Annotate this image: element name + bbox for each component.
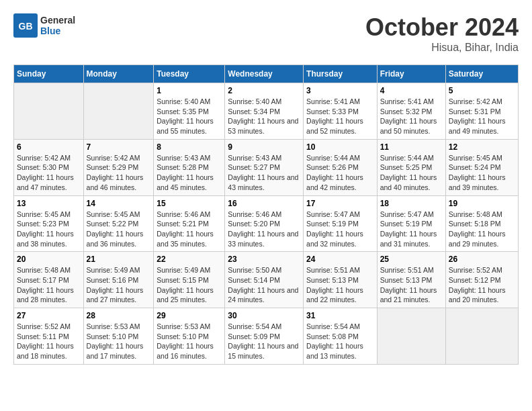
calendar-cell: 23Sunrise: 5:50 AMSunset: 5:14 PMDayligh… (225, 252, 304, 308)
sunset-text: Sunset: 5:20 PM (228, 219, 300, 229)
sunrise-text: Sunrise: 5:53 AM (157, 322, 222, 332)
day-number: 23 (228, 255, 300, 264)
svg-text:GB: GB (19, 21, 33, 32)
daylight-text: Daylight: 11 hours and 49 minutes. (449, 116, 515, 136)
day-detail: Sunrise: 5:42 AMSunset: 5:29 PMDaylight:… (87, 153, 151, 193)
sunset-text: Sunset: 5:08 PM (306, 332, 374, 342)
sunrise-text: Sunrise: 5:46 AM (157, 210, 222, 220)
sunrise-text: Sunrise: 5:44 AM (306, 153, 374, 163)
daylight-text: Daylight: 11 hours and 43 minutes. (228, 173, 300, 192)
logo-icon: GB (13, 13, 38, 38)
sunset-text: Sunset: 5:10 PM (157, 332, 222, 342)
day-detail: Sunrise: 5:51 AMSunset: 5:13 PMDaylight:… (380, 265, 443, 305)
day-number: 20 (17, 255, 81, 264)
sunrise-text: Sunrise: 5:54 AM (306, 322, 374, 332)
day-detail: Sunrise: 5:47 AMSunset: 5:19 PMDaylight:… (306, 210, 374, 249)
daylight-text: Daylight: 11 hours and 31 minutes. (380, 229, 443, 248)
day-detail: Sunrise: 5:51 AMSunset: 5:13 PMDaylight:… (306, 265, 374, 305)
sunrise-text: Sunrise: 5:51 AM (306, 265, 374, 275)
sunrise-text: Sunrise: 5:51 AM (380, 265, 443, 275)
calendar-cell: 10Sunrise: 5:44 AMSunset: 5:26 PMDayligh… (304, 139, 378, 195)
day-detail: Sunrise: 5:44 AMSunset: 5:25 PMDaylight:… (380, 153, 443, 193)
daylight-text: Daylight: 11 hours and 15 minutes. (228, 341, 300, 361)
calendar-cell (14, 83, 84, 140)
calendar-cell: 17Sunrise: 5:47 AMSunset: 5:19 PMDayligh… (304, 195, 378, 252)
calendar-week-row: 20Sunrise: 5:48 AMSunset: 5:17 PMDayligh… (14, 252, 519, 308)
sunset-text: Sunset: 5:14 PM (228, 275, 300, 285)
day-detail: Sunrise: 5:41 AMSunset: 5:32 PMDaylight:… (380, 97, 443, 136)
sunset-text: Sunset: 5:10 PM (87, 332, 151, 342)
day-detail: Sunrise: 5:45 AMSunset: 5:24 PMDaylight:… (449, 153, 515, 193)
day-detail: Sunrise: 5:45 AMSunset: 5:22 PMDaylight:… (87, 210, 151, 249)
sunrise-text: Sunrise: 5:52 AM (449, 265, 515, 275)
calendar-cell: 4Sunrise: 5:41 AMSunset: 5:32 PMDaylight… (377, 83, 445, 140)
sunrise-text: Sunrise: 5:54 AM (228, 322, 300, 332)
calendar-cell (83, 83, 154, 140)
day-detail: Sunrise: 5:54 AMSunset: 5:08 PMDaylight:… (306, 322, 374, 361)
day-detail: Sunrise: 5:48 AMSunset: 5:17 PMDaylight:… (17, 265, 81, 305)
day-number: 31 (306, 311, 374, 320)
sunrise-text: Sunrise: 5:40 AM (228, 97, 300, 107)
sunset-text: Sunset: 5:18 PM (449, 219, 515, 229)
daylight-text: Daylight: 11 hours and 39 minutes. (449, 173, 515, 192)
day-number: 22 (157, 255, 222, 264)
day-number: 25 (380, 255, 443, 264)
sunrise-text: Sunrise: 5:52 AM (17, 322, 81, 332)
logo-general: General (40, 15, 75, 26)
day-detail: Sunrise: 5:42 AMSunset: 5:30 PMDaylight:… (17, 153, 81, 193)
sunrise-text: Sunrise: 5:42 AM (449, 97, 515, 107)
title-block: October 2024 Hisua, Bihar, India (365, 13, 519, 54)
calendar-week-row: 1Sunrise: 5:40 AMSunset: 5:35 PMDaylight… (14, 83, 519, 140)
sunset-text: Sunset: 5:31 PM (449, 107, 515, 117)
daylight-text: Daylight: 11 hours and 38 minutes. (17, 229, 81, 248)
day-number: 9 (228, 142, 300, 152)
daylight-text: Daylight: 11 hours and 40 minutes. (380, 173, 443, 192)
calendar-cell: 19Sunrise: 5:48 AMSunset: 5:18 PMDayligh… (445, 195, 518, 252)
daylight-text: Daylight: 11 hours and 13 minutes. (306, 341, 374, 361)
day-number: 14 (87, 199, 151, 208)
daylight-text: Daylight: 11 hours and 24 minutes. (228, 285, 300, 305)
calendar-cell: 26Sunrise: 5:52 AMSunset: 5:12 PMDayligh… (445, 252, 518, 308)
col-tuesday: Tuesday (154, 65, 225, 83)
calendar-cell: 20Sunrise: 5:48 AMSunset: 5:17 PMDayligh… (14, 252, 84, 308)
sunset-text: Sunset: 5:22 PM (87, 219, 151, 229)
col-saturday: Saturday (445, 65, 518, 83)
day-number: 15 (157, 199, 222, 208)
daylight-text: Daylight: 11 hours and 33 minutes. (228, 229, 300, 248)
daylight-text: Daylight: 11 hours and 52 minutes. (306, 116, 374, 136)
sunrise-text: Sunrise: 5:47 AM (380, 210, 443, 220)
day-detail: Sunrise: 5:53 AMSunset: 5:10 PMDaylight:… (157, 322, 222, 361)
day-number: 3 (306, 86, 374, 95)
calendar-week-row: 6Sunrise: 5:42 AMSunset: 5:30 PMDaylight… (14, 139, 519, 195)
sunrise-text: Sunrise: 5:41 AM (306, 97, 374, 107)
day-detail: Sunrise: 5:41 AMSunset: 5:33 PMDaylight:… (306, 97, 374, 136)
day-number: 8 (157, 142, 222, 152)
sunrise-text: Sunrise: 5:49 AM (87, 265, 151, 275)
daylight-text: Daylight: 11 hours and 50 minutes. (380, 116, 443, 136)
sunrise-text: Sunrise: 5:48 AM (17, 265, 81, 275)
daylight-text: Daylight: 11 hours and 27 minutes. (87, 285, 151, 305)
daylight-text: Daylight: 11 hours and 35 minutes. (157, 229, 222, 248)
day-number: 27 (17, 311, 81, 320)
day-number: 28 (87, 311, 151, 320)
day-number: 29 (157, 311, 222, 320)
daylight-text: Daylight: 11 hours and 25 minutes. (157, 285, 222, 305)
sunset-text: Sunset: 5:23 PM (17, 219, 81, 229)
day-detail: Sunrise: 5:45 AMSunset: 5:23 PMDaylight:… (17, 210, 81, 249)
page-title: October 2024 (365, 13, 519, 42)
day-detail: Sunrise: 5:43 AMSunset: 5:28 PMDaylight:… (157, 153, 222, 193)
day-number: 5 (449, 86, 515, 95)
day-detail: Sunrise: 5:43 AMSunset: 5:27 PMDaylight:… (228, 153, 300, 193)
sunset-text: Sunset: 5:29 PM (87, 163, 151, 173)
sunset-text: Sunset: 5:19 PM (306, 219, 374, 229)
day-detail: Sunrise: 5:46 AMSunset: 5:21 PMDaylight:… (157, 210, 222, 249)
sunset-text: Sunset: 5:21 PM (157, 219, 222, 229)
day-detail: Sunrise: 5:46 AMSunset: 5:20 PMDaylight:… (228, 210, 300, 249)
sunset-text: Sunset: 5:35 PM (157, 107, 222, 117)
daylight-text: Daylight: 11 hours and 42 minutes. (306, 173, 374, 192)
day-number: 16 (228, 199, 300, 208)
logo-blue: Blue (40, 26, 60, 36)
day-number: 11 (380, 142, 443, 152)
daylight-text: Daylight: 11 hours and 21 minutes. (380, 285, 443, 305)
calendar-header-row: Sunday Monday Tuesday Wednesday Thursday… (14, 65, 519, 83)
